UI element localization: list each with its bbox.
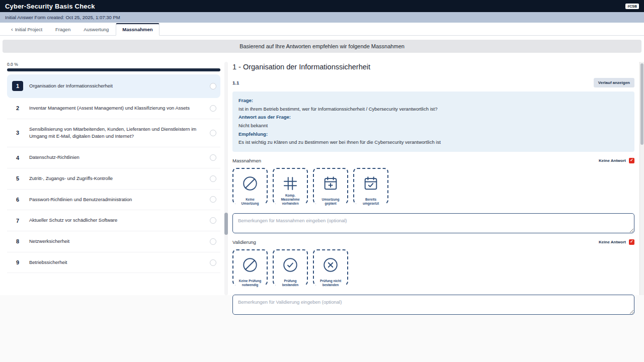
main-panel: 1 - Organisation der Informationssicherh… — [230, 62, 639, 295]
sidebar-item-betrieb[interactable]: 9 Betriebssicherheit — [7, 252, 220, 274]
radio-icon[interactable] — [210, 196, 216, 203]
radio-icon[interactable] — [210, 83, 216, 89]
answer-label: Antwort aus der Frage: — [238, 113, 628, 122]
tab-fragen-label: Fragen — [55, 27, 70, 32]
option-komp-massnahme[interactable]: Komp. Massnahme vorhanden — [273, 168, 308, 204]
item-number: 9 — [12, 259, 23, 265]
sidebar-item-sensibilisierung[interactable]: 3 Sensibilisierung von Mitarbeitenden, K… — [7, 119, 220, 147]
sidebar-item-malware-schutz[interactable]: 7 Aktueller Schutz vor schädlicher Softw… — [7, 210, 220, 231]
question-info-box: Frage: Ist in Ihrem Betrieb bestimmt, we… — [232, 92, 634, 152]
question-number: 1.1 — [232, 80, 239, 85]
item-label: Datenschutz-Richtlinien — [29, 154, 204, 161]
question-label: Frage: — [238, 97, 628, 105]
sidebar-item-zutritt[interactable]: 5 Zutritt-, Zugangs- und Zugriffs-Kontro… — [7, 168, 220, 190]
item-label: Organisation der Informationssicherheit — [29, 82, 204, 90]
massnahmen-no-answer[interactable]: Keine Antwort ✓ — [599, 158, 634, 163]
tab-massnahmen-label: Massnahmen — [122, 27, 152, 32]
grid-icon — [282, 175, 299, 192]
calendar-plus-icon — [322, 175, 339, 192]
option-pruefung-nicht-bestanden[interactable]: Prüfung nicht bestanden — [313, 249, 348, 286]
no-answer-label: Keine Antwort — [599, 240, 626, 244]
x-circle-icon — [322, 256, 339, 274]
option-keine-umsetzung[interactable]: Keine Umsetzung — [232, 168, 268, 204]
sidebar-item-datenschutz[interactable]: 4 Datenschutz-Richtlinien — [7, 147, 220, 168]
checked-checkbox-icon[interactable]: ✓ — [629, 239, 634, 245]
radio-icon[interactable] — [210, 154, 216, 161]
option-label: Keine Umsetzung — [235, 197, 265, 206]
tab-back-initial-project[interactable]: ‹ Initial Project — [5, 24, 48, 35]
chevron-left-icon: ‹ — [11, 27, 13, 32]
validierung-no-answer[interactable]: Keine Antwort ✓ — [599, 239, 634, 245]
app-title: Cyber-Security Basis Check — [5, 3, 95, 10]
progress-percentage: 0.0 % — [7, 62, 220, 67]
sidebar-item-netzwerk[interactable]: 8 Netzwerksicherheit — [7, 231, 220, 252]
no-answer-label: Keine Antwort — [599, 158, 626, 163]
item-label: Netzwerksicherheit — [29, 238, 204, 245]
item-label: Aktueller Schutz vor schädlicher Softwar… — [29, 217, 204, 224]
sidebar-scrollbar-thumb[interactable] — [224, 213, 228, 235]
validierung-options: Keine Prüfung notwendig Prüfung bestande… — [232, 249, 634, 286]
main-scrollbar-thumb[interactable] — [640, 63, 643, 145]
option-label: Komp. Massnahme vorhanden — [276, 193, 305, 206]
app-header: Cyber-Security Basis Check #CSB — [0, 0, 644, 12]
radio-icon[interactable] — [210, 175, 216, 182]
option-label: Bereits umgesetzt — [356, 197, 385, 206]
progress-bar — [7, 68, 220, 71]
sidebar-item-organisation[interactable]: 1 Organisation der Informationssicherhei… — [7, 74, 220, 98]
slash-circle-icon — [242, 175, 259, 192]
radio-icon[interactable] — [210, 217, 216, 224]
sidebar-item-inventar[interactable]: 2 Inventar Management (Assest Management… — [7, 98, 220, 119]
show-history-button[interactable]: Verlauf anzeigen — [594, 78, 634, 87]
item-label: Passwort-Richtlinien und Benutzeradminis… — [29, 196, 204, 204]
tab-massnahmen[interactable]: Massnahmen — [116, 23, 159, 36]
item-number: 8 — [12, 238, 23, 244]
item-number: 4 — [12, 155, 23, 161]
validierung-section-label: Validierung — [232, 239, 256, 245]
answer-text: Nicht bekannt — [238, 122, 628, 130]
item-label: Zutritt-, Zugangs- und Zugriffs-Kontroll… — [29, 175, 204, 183]
massnahmen-options: Keine Umsetzung Komp. Massnahme vorhande… — [232, 168, 634, 204]
recommendation-text: Es ist wichtig zu Klären und zu Bestimme… — [238, 138, 628, 147]
main-scrollbar[interactable] — [639, 62, 644, 295]
sidebar-scrollbar[interactable] — [224, 62, 228, 295]
item-number: 7 — [12, 218, 23, 224]
radio-icon[interactable] — [210, 238, 216, 245]
item-number: 3 — [12, 130, 23, 136]
option-umsetzung-geplant[interactable]: Umsetzung geplant — [313, 168, 348, 204]
recommendation-banner: Basierend auf Ihre Antworten empfehlen w… — [3, 40, 641, 53]
option-label: Umsetzung geplant — [316, 197, 345, 206]
item-number: 1 — [12, 81, 23, 91]
option-label: Keine Prüfung notwendig — [235, 279, 265, 288]
question-text: Ist in Ihrem Betrieb bestimmt, wer für I… — [238, 105, 628, 114]
option-pruefung-bestanden[interactable]: Prüfung bestanden — [273, 249, 308, 286]
radio-icon[interactable] — [210, 105, 216, 112]
validierung-comments-input[interactable] — [232, 295, 634, 315]
section-title: 1 - Organisation der Informationssicherh… — [232, 63, 634, 71]
tab-bar: ‹ Initial Project Fragen Auswertung Mass… — [0, 23, 644, 36]
content-area: 0.0 % 1 Organisation der Informationssic… — [0, 59, 644, 295]
calendar-check-icon — [362, 175, 379, 192]
tab-auswertung[interactable]: Auswertung — [77, 24, 115, 35]
item-number: 2 — [12, 105, 23, 111]
checked-checkbox-icon[interactable]: ✓ — [629, 158, 634, 163]
radio-icon[interactable] — [210, 130, 216, 136]
item-number: 6 — [12, 197, 23, 203]
option-keine-pruefung[interactable]: Keine Prüfung notwendig — [232, 249, 268, 286]
csb-badge: #CSB — [625, 4, 639, 9]
recommendation-label: Empfehlung: — [238, 130, 628, 139]
form-created-bar: Initial Answer Form created: Oct 25, 202… — [0, 12, 644, 23]
massnahmen-section-label: Massnahmen — [232, 158, 261, 163]
tab-fragen[interactable]: Fragen — [49, 24, 76, 35]
massnahmen-comments-input[interactable] — [232, 213, 634, 233]
option-label: Prüfung bestanden — [276, 279, 305, 288]
sidebar-item-passwort[interactable]: 6 Passwort-Richtlinien und Benutzeradmin… — [7, 190, 220, 211]
item-label: Betriebssicherheit — [29, 259, 204, 266]
option-bereits-umgesetzt[interactable]: Bereits umgesetzt — [353, 168, 388, 204]
slash-circle-icon — [242, 256, 259, 274]
banner-row: Basierend auf Ihre Antworten empfehlen w… — [0, 36, 644, 59]
radio-icon[interactable] — [210, 259, 216, 266]
check-circle-icon — [282, 256, 299, 274]
form-created-text: Initial Answer Form created: Oct 25, 202… — [5, 15, 120, 20]
option-label: Prüfung nicht bestanden — [316, 279, 345, 288]
item-label: Inventar Management (Assest Management) … — [29, 105, 204, 112]
